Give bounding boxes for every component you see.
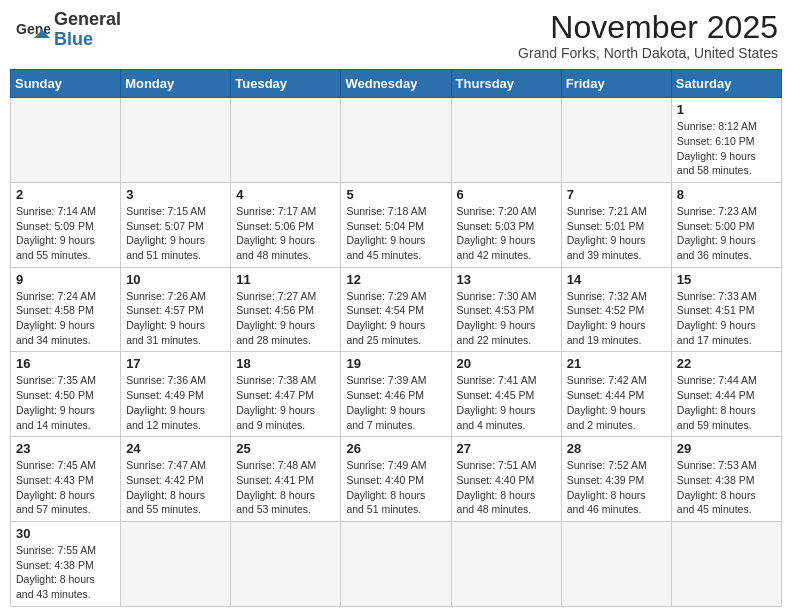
logo: General GeneralBlue	[14, 10, 121, 50]
day-info: Sunrise: 7:33 AM Sunset: 4:51 PM Dayligh…	[677, 289, 776, 348]
day-number: 11	[236, 272, 335, 287]
day-info: Sunrise: 7:32 AM Sunset: 4:52 PM Dayligh…	[567, 289, 666, 348]
weekday-header-saturday: Saturday	[671, 70, 781, 98]
calendar-cell: 9Sunrise: 7:24 AM Sunset: 4:58 PM Daylig…	[11, 267, 121, 352]
day-number: 20	[457, 356, 556, 371]
calendar-cell: 15Sunrise: 7:33 AM Sunset: 4:51 PM Dayli…	[671, 267, 781, 352]
day-info: Sunrise: 7:18 AM Sunset: 5:04 PM Dayligh…	[346, 204, 445, 263]
calendar-cell: 19Sunrise: 7:39 AM Sunset: 4:46 PM Dayli…	[341, 352, 451, 437]
day-number: 7	[567, 187, 666, 202]
calendar-cell: 4Sunrise: 7:17 AM Sunset: 5:06 PM Daylig…	[231, 182, 341, 267]
logo-text: GeneralBlue	[54, 10, 121, 50]
calendar-table: SundayMondayTuesdayWednesdayThursdayFrid…	[10, 69, 782, 607]
day-info: Sunrise: 7:49 AM Sunset: 4:40 PM Dayligh…	[346, 458, 445, 517]
day-number: 23	[16, 441, 115, 456]
calendar-cell: 10Sunrise: 7:26 AM Sunset: 4:57 PM Dayli…	[121, 267, 231, 352]
day-number: 9	[16, 272, 115, 287]
calendar-cell: 1Sunrise: 8:12 AM Sunset: 6:10 PM Daylig…	[671, 98, 781, 183]
calendar-cell	[451, 521, 561, 606]
day-number: 14	[567, 272, 666, 287]
day-number: 8	[677, 187, 776, 202]
weekday-header-thursday: Thursday	[451, 70, 561, 98]
day-info: Sunrise: 7:27 AM Sunset: 4:56 PM Dayligh…	[236, 289, 335, 348]
day-number: 10	[126, 272, 225, 287]
calendar-cell	[561, 98, 671, 183]
day-info: Sunrise: 7:36 AM Sunset: 4:49 PM Dayligh…	[126, 373, 225, 432]
calendar-cell: 11Sunrise: 7:27 AM Sunset: 4:56 PM Dayli…	[231, 267, 341, 352]
weekday-header-tuesday: Tuesday	[231, 70, 341, 98]
calendar-cell: 14Sunrise: 7:32 AM Sunset: 4:52 PM Dayli…	[561, 267, 671, 352]
day-info: Sunrise: 7:24 AM Sunset: 4:58 PM Dayligh…	[16, 289, 115, 348]
header: General GeneralBlue November 2025 Grand …	[10, 10, 782, 61]
day-number: 22	[677, 356, 776, 371]
day-info: Sunrise: 7:29 AM Sunset: 4:54 PM Dayligh…	[346, 289, 445, 348]
day-info: Sunrise: 7:51 AM Sunset: 4:40 PM Dayligh…	[457, 458, 556, 517]
day-info: Sunrise: 7:17 AM Sunset: 5:06 PM Dayligh…	[236, 204, 335, 263]
day-info: Sunrise: 7:47 AM Sunset: 4:42 PM Dayligh…	[126, 458, 225, 517]
calendar-cell	[451, 98, 561, 183]
calendar-subtitle: Grand Forks, North Dakota, United States	[518, 45, 778, 61]
day-number: 3	[126, 187, 225, 202]
day-number: 5	[346, 187, 445, 202]
weekday-header-friday: Friday	[561, 70, 671, 98]
day-number: 17	[126, 356, 225, 371]
calendar-cell: 7Sunrise: 7:21 AM Sunset: 5:01 PM Daylig…	[561, 182, 671, 267]
calendar-cell: 27Sunrise: 7:51 AM Sunset: 4:40 PM Dayli…	[451, 437, 561, 522]
day-info: Sunrise: 7:21 AM Sunset: 5:01 PM Dayligh…	[567, 204, 666, 263]
day-info: Sunrise: 7:44 AM Sunset: 4:44 PM Dayligh…	[677, 373, 776, 432]
calendar-cell: 21Sunrise: 7:42 AM Sunset: 4:44 PM Dayli…	[561, 352, 671, 437]
week-row-5: 23Sunrise: 7:45 AM Sunset: 4:43 PM Dayli…	[11, 437, 782, 522]
calendar-cell	[561, 521, 671, 606]
day-info: Sunrise: 7:52 AM Sunset: 4:39 PM Dayligh…	[567, 458, 666, 517]
week-row-6: 30Sunrise: 7:55 AM Sunset: 4:38 PM Dayli…	[11, 521, 782, 606]
calendar-cell: 6Sunrise: 7:20 AM Sunset: 5:03 PM Daylig…	[451, 182, 561, 267]
calendar-cell	[121, 98, 231, 183]
weekday-header-sunday: Sunday	[11, 70, 121, 98]
day-number: 19	[346, 356, 445, 371]
day-info: Sunrise: 7:35 AM Sunset: 4:50 PM Dayligh…	[16, 373, 115, 432]
logo-icon: General	[14, 12, 50, 48]
calendar-cell	[231, 98, 341, 183]
day-number: 26	[346, 441, 445, 456]
calendar-cell: 25Sunrise: 7:48 AM Sunset: 4:41 PM Dayli…	[231, 437, 341, 522]
calendar-cell: 18Sunrise: 7:38 AM Sunset: 4:47 PM Dayli…	[231, 352, 341, 437]
weekday-header-row: SundayMondayTuesdayWednesdayThursdayFrid…	[11, 70, 782, 98]
weekday-header-wednesday: Wednesday	[341, 70, 451, 98]
calendar-cell	[341, 521, 451, 606]
calendar-cell: 29Sunrise: 7:53 AM Sunset: 4:38 PM Dayli…	[671, 437, 781, 522]
calendar-cell	[341, 98, 451, 183]
day-info: Sunrise: 7:15 AM Sunset: 5:07 PM Dayligh…	[126, 204, 225, 263]
day-number: 12	[346, 272, 445, 287]
day-info: Sunrise: 7:23 AM Sunset: 5:00 PM Dayligh…	[677, 204, 776, 263]
day-number: 1	[677, 102, 776, 117]
calendar-title: November 2025	[518, 10, 778, 45]
day-number: 25	[236, 441, 335, 456]
day-info: Sunrise: 7:38 AM Sunset: 4:47 PM Dayligh…	[236, 373, 335, 432]
day-number: 28	[567, 441, 666, 456]
calendar-cell: 22Sunrise: 7:44 AM Sunset: 4:44 PM Dayli…	[671, 352, 781, 437]
title-block: November 2025 Grand Forks, North Dakota,…	[518, 10, 778, 61]
day-info: Sunrise: 7:41 AM Sunset: 4:45 PM Dayligh…	[457, 373, 556, 432]
day-number: 30	[16, 526, 115, 541]
week-row-2: 2Sunrise: 7:14 AM Sunset: 5:09 PM Daylig…	[11, 182, 782, 267]
day-info: Sunrise: 8:12 AM Sunset: 6:10 PM Dayligh…	[677, 119, 776, 178]
day-info: Sunrise: 7:20 AM Sunset: 5:03 PM Dayligh…	[457, 204, 556, 263]
calendar-cell: 2Sunrise: 7:14 AM Sunset: 5:09 PM Daylig…	[11, 182, 121, 267]
calendar-cell: 13Sunrise: 7:30 AM Sunset: 4:53 PM Dayli…	[451, 267, 561, 352]
week-row-3: 9Sunrise: 7:24 AM Sunset: 4:58 PM Daylig…	[11, 267, 782, 352]
calendar-cell: 24Sunrise: 7:47 AM Sunset: 4:42 PM Dayli…	[121, 437, 231, 522]
day-number: 21	[567, 356, 666, 371]
day-info: Sunrise: 7:26 AM Sunset: 4:57 PM Dayligh…	[126, 289, 225, 348]
day-info: Sunrise: 7:55 AM Sunset: 4:38 PM Dayligh…	[16, 543, 115, 602]
calendar-cell: 16Sunrise: 7:35 AM Sunset: 4:50 PM Dayli…	[11, 352, 121, 437]
calendar-cell: 17Sunrise: 7:36 AM Sunset: 4:49 PM Dayli…	[121, 352, 231, 437]
calendar-cell: 26Sunrise: 7:49 AM Sunset: 4:40 PM Dayli…	[341, 437, 451, 522]
calendar-cell: 28Sunrise: 7:52 AM Sunset: 4:39 PM Dayli…	[561, 437, 671, 522]
day-number: 13	[457, 272, 556, 287]
calendar-cell: 3Sunrise: 7:15 AM Sunset: 5:07 PM Daylig…	[121, 182, 231, 267]
day-info: Sunrise: 7:48 AM Sunset: 4:41 PM Dayligh…	[236, 458, 335, 517]
day-info: Sunrise: 7:42 AM Sunset: 4:44 PM Dayligh…	[567, 373, 666, 432]
day-number: 4	[236, 187, 335, 202]
week-row-1: 1Sunrise: 8:12 AM Sunset: 6:10 PM Daylig…	[11, 98, 782, 183]
day-info: Sunrise: 7:14 AM Sunset: 5:09 PM Dayligh…	[16, 204, 115, 263]
